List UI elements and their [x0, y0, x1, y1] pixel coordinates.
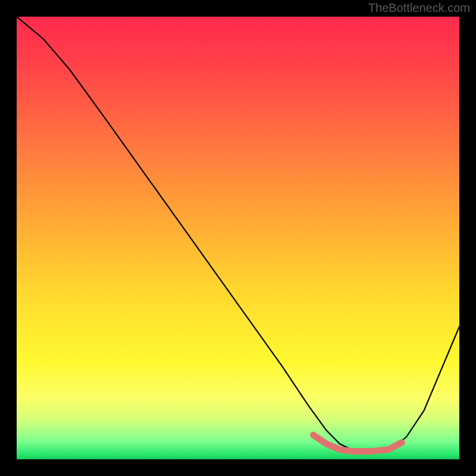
chart-svg: [17, 17, 459, 459]
optimal-range-marker-path: [314, 435, 402, 452]
chart-plot-area: [17, 17, 459, 459]
attribution-text: TheBottleneck.com: [368, 1, 470, 15]
bottleneck-curve-path: [17, 17, 459, 453]
